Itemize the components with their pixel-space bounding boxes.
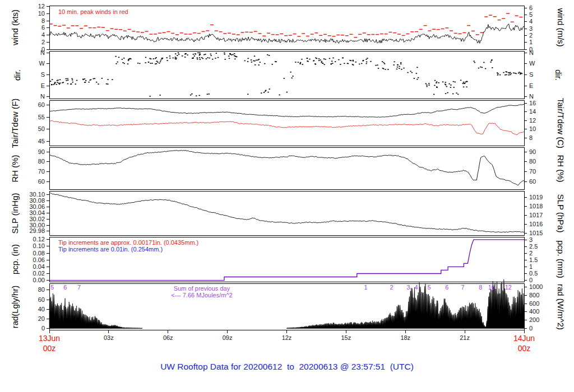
svg-text:0.10: 0.10 — [33, 242, 45, 249]
svg-text:2: 2 — [529, 250, 533, 256]
svg-text:3: 3 — [529, 236, 533, 243]
svg-text:12z: 12z — [282, 334, 292, 341]
svg-text:6: 6 — [529, 4, 533, 11]
svg-text:2: 2 — [390, 284, 393, 291]
svg-text:12: 12 — [529, 117, 536, 124]
svg-text:W: W — [529, 60, 535, 67]
dir-panel-border — [49, 51, 524, 99]
svg-text:60: 60 — [38, 101, 45, 108]
svg-text:29.98: 29.98 — [29, 227, 45, 234]
pcp-right-axis-label: pcp. (mm) — [556, 240, 566, 278]
svg-text:00z: 00z — [518, 344, 531, 353]
svg-text:20: 20 — [38, 315, 45, 322]
svg-text:90: 90 — [38, 148, 45, 155]
rad-mjoule-milestones: 567123456781012 — [50, 284, 512, 291]
tair-panel-border — [49, 100, 524, 146]
dir-panel: NWSENNWSEN — [39, 49, 535, 100]
svg-text:10: 10 — [529, 125, 536, 132]
svg-text:800: 800 — [529, 292, 539, 298]
rad-left-axis-label: rad(Lgly/hr) — [10, 286, 20, 329]
svg-text:0.06: 0.06 — [33, 256, 45, 263]
svg-text:0.12: 0.12 — [33, 236, 45, 242]
svg-text:12: 12 — [505, 284, 512, 291]
svg-text:0.5: 0.5 — [529, 270, 538, 277]
dir-scatter — [50, 52, 522, 96]
svg-text:0.00: 0.00 — [33, 277, 45, 283]
svg-text:12: 12 — [38, 3, 45, 10]
svg-text:10: 10 — [38, 10, 45, 17]
rh-panel: 6070809060708090 — [38, 147, 536, 189]
svg-text:S: S — [529, 71, 533, 78]
svg-text:03z: 03z — [104, 334, 114, 341]
svg-text:0.02: 0.02 — [33, 270, 45, 277]
svg-text:400: 400 — [529, 308, 539, 315]
rh-right-axis-label: RH (%) — [556, 155, 566, 182]
slp-panel: 29.9830.0030.0230.0430.0630.0830.1010151… — [29, 191, 543, 236]
x-axis: 13Jun00z03z06z09z12z15z18z21z14Jun00z — [39, 330, 535, 353]
slp-right-axis-label: SLP (hPa) — [556, 194, 566, 233]
svg-text:70: 70 — [529, 168, 536, 175]
svg-text:1017: 1017 — [529, 212, 543, 218]
rad-sum-note-line1: Sum of previous day — [149, 285, 255, 292]
svg-text:09z: 09z — [223, 334, 233, 341]
svg-text:5: 5 — [428, 284, 431, 291]
dir-right-axis-label: dir. — [554, 69, 563, 81]
svg-text:30.08: 30.08 — [29, 197, 45, 204]
svg-text:6: 6 — [445, 284, 448, 291]
tair-panel: 45505560810121416 — [38, 100, 536, 146]
svg-text:2: 2 — [529, 32, 533, 39]
rad-panel: 0204060800200400600800100056712345678101… — [38, 279, 543, 332]
svg-text:8: 8 — [479, 284, 482, 291]
svg-text:3: 3 — [406, 284, 410, 291]
weather-chart-page: 0246810120123456NWSENNWSEN45505560810121… — [0, 0, 574, 392]
svg-text:90: 90 — [529, 148, 536, 155]
tair-right-axis-label: Tair/Tdew (C) — [556, 98, 566, 148]
chart-title: UW Rooftop Data for 20200612 to 20200613… — [0, 362, 574, 372]
svg-text:60: 60 — [38, 296, 45, 303]
pcp-left-axis-label: pcp. (in) — [10, 244, 20, 274]
svg-text:1000: 1000 — [529, 283, 543, 290]
svg-text:30.02: 30.02 — [29, 216, 45, 222]
svg-text:7: 7 — [77, 284, 81, 291]
pcp-tip-note-red: Tip increments are approx. 0.00171in. (0… — [58, 239, 198, 246]
wind-right-axis-label: wind (m/s) — [556, 8, 566, 46]
svg-text:1: 1 — [364, 284, 368, 291]
svg-text:21z: 21z — [460, 334, 470, 341]
svg-text:0.04: 0.04 — [33, 263, 45, 270]
svg-text:1.5: 1.5 — [529, 256, 538, 263]
svg-text:4: 4 — [415, 284, 418, 291]
wind-peak-note: 10 min. peak winds in red — [58, 8, 128, 15]
svg-text:1015: 1015 — [529, 230, 543, 236]
svg-text:0: 0 — [41, 325, 45, 332]
svg-text:45: 45 — [38, 138, 45, 144]
svg-text:3: 3 — [529, 25, 533, 32]
rad-right-axis-label: rad (W/m^2) — [556, 284, 566, 330]
svg-text:70: 70 — [38, 168, 45, 175]
svg-text:80: 80 — [529, 158, 536, 165]
chart-plot-area: 0246810120123456NWSENNWSEN45505560810121… — [0, 0, 574, 392]
svg-text:40: 40 — [38, 306, 45, 312]
svg-text:5: 5 — [529, 11, 533, 18]
svg-text:60: 60 — [38, 178, 45, 185]
svg-text:80: 80 — [38, 286, 45, 293]
svg-text:1: 1 — [529, 263, 533, 270]
svg-text:80: 80 — [38, 158, 45, 165]
svg-text:S: S — [41, 71, 45, 78]
svg-text:15z: 15z — [341, 334, 351, 341]
svg-text:16: 16 — [529, 100, 536, 106]
svg-text:1016: 1016 — [529, 221, 543, 227]
wind-left-axis-label: wind (kts) — [10, 10, 20, 45]
svg-text:18z: 18z — [400, 334, 410, 341]
svg-text:0.08: 0.08 — [33, 250, 45, 256]
svg-text:N: N — [529, 49, 534, 56]
pcp-tip-note-blue: Tip increments are 0.01in. (0.254mm.) — [58, 246, 163, 253]
rh-panel-border — [49, 147, 524, 189]
rh-series-RH — [49, 150, 524, 185]
svg-text:14: 14 — [529, 108, 536, 115]
svg-text:50: 50 — [38, 125, 45, 132]
svg-text:2: 2 — [41, 39, 45, 45]
svg-text:7: 7 — [461, 284, 465, 291]
svg-text:8: 8 — [529, 134, 533, 141]
rh-left-axis-label: RH (%) — [10, 155, 20, 182]
svg-text:W: W — [39, 60, 45, 67]
